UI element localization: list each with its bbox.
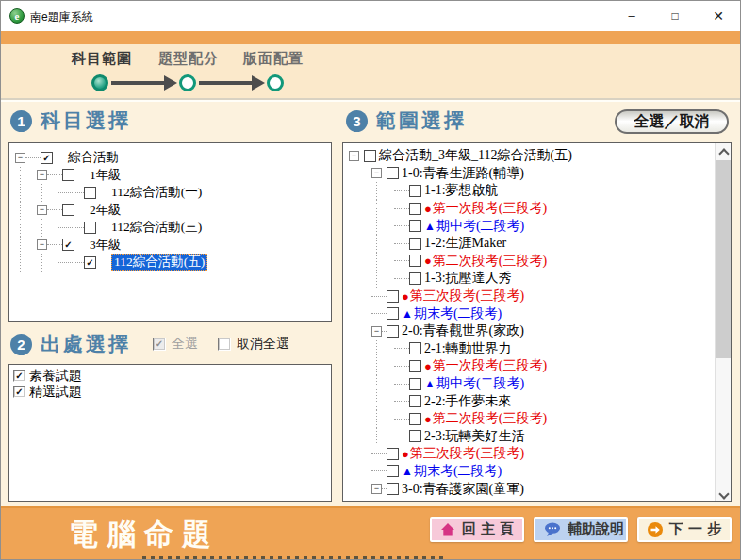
tree-item-label[interactable]: 3-0:青春護家園(童軍) (402, 481, 524, 498)
tree-expander[interactable]: − (349, 151, 359, 161)
tree-item-label[interactable]: 第一次段考(三段考) (433, 200, 547, 217)
home-button[interactable]: 回主頁 (430, 517, 524, 542)
tree-label: 2-0:青春觀世界(家政) (402, 322, 524, 339)
subject-panel-header: 1 科目選擇 (10, 107, 131, 134)
tree-checkbox[interactable] (84, 222, 96, 234)
tree-item-label[interactable]: 2年級 (90, 202, 122, 219)
tree-expander[interactable]: − (37, 239, 47, 250)
tree-item-label[interactable]: 1-0:青春生涯路(輔導) (402, 165, 524, 182)
tree-item-label[interactable]: 1-3:抗壓達人秀 (424, 270, 512, 287)
tree-expander[interactable]: − (371, 168, 382, 178)
tree-connector (58, 262, 84, 263)
tree-checkbox[interactable] (387, 325, 399, 338)
tree-label: ●第一次段考(三段考) (424, 200, 547, 217)
tree-item-label[interactable]: 2-3:玩轉美好生活 (424, 428, 525, 445)
tree-item-label[interactable]: 2-2:手作夢未來 (424, 393, 512, 410)
list-item-checkbox[interactable]: ✓ (13, 386, 25, 398)
list-item-label[interactable]: 精選試題 (29, 384, 82, 401)
tree-item-label[interactable]: 第一次段考(三段考) (433, 357, 547, 374)
tree-item-label[interactable]: 3年級 (90, 237, 122, 254)
tree-row: −3-0:青春護家園(童軍) (349, 480, 712, 498)
scrollbar-thumb[interactable] (716, 160, 731, 358)
tree-item-label[interactable]: 第三次段考(三段考) (410, 288, 524, 305)
tree-row: 112綜合活動(一) (15, 184, 329, 202)
tree-checkbox[interactable] (409, 185, 421, 197)
tree-item-label[interactable]: 綜合活動 (68, 149, 119, 166)
tree-item-label[interactable]: 期中考(二段考) (436, 218, 524, 235)
tree-guide-line (15, 219, 37, 237)
step-circle-1[interactable] (91, 74, 108, 91)
tree-checkbox[interactable] (409, 255, 421, 267)
tree-item-label[interactable]: 期中考(二段考) (436, 375, 524, 392)
tree-item-label[interactable]: 112綜合活動(三) (111, 219, 202, 236)
tree-checkbox[interactable]: ✓ (41, 152, 53, 164)
tree-item-label[interactable]: 期末考(二段考) (414, 463, 502, 480)
tree-checkbox[interactable] (409, 272, 421, 285)
tree-expander[interactable]: − (37, 170, 47, 180)
tree-checkbox[interactable] (409, 413, 421, 425)
tree-row: ●第三次段考(三段考) (349, 445, 712, 463)
tree-checkbox[interactable] (409, 378, 421, 390)
tree-expander[interactable]: − (15, 153, 25, 163)
tree-row: 112綜合活動(三) (15, 219, 329, 237)
tree-item-label[interactable]: 1-2:生涯Maker (424, 235, 506, 252)
tree-checkbox[interactable] (409, 360, 421, 372)
tree-checkbox[interactable] (409, 220, 421, 232)
tree-checkbox[interactable] (387, 465, 399, 477)
scrollbar-up-button[interactable] (716, 143, 732, 159)
step-circle-3[interactable] (267, 74, 284, 91)
tree-item-label[interactable]: 2-1:轉動世界力 (424, 340, 512, 357)
tree-guide-line (371, 182, 394, 200)
tree-checkbox[interactable] (409, 203, 421, 215)
select-all-checkbox[interactable]: ✓ (153, 338, 166, 351)
tree-item-label[interactable]: 期末考(二段考) (414, 305, 502, 322)
tree-checkbox[interactable] (62, 204, 74, 216)
tree-checkbox[interactable] (364, 150, 376, 162)
scrollbar-down-button[interactable] (716, 485, 732, 501)
tree-guide-line (349, 305, 371, 322)
step-arrow-line (111, 81, 164, 85)
tree-checkbox[interactable] (409, 342, 421, 354)
maximize-button[interactable]: □ (653, 1, 697, 31)
tree-item-label[interactable]: 112綜合活動(五) (111, 254, 207, 271)
tree-checkbox[interactable] (84, 187, 96, 199)
minimize-button[interactable]: – (610, 1, 653, 31)
step-layout-config[interactable]: 版面配置 (243, 50, 304, 68)
step-circle-2[interactable] (179, 74, 196, 91)
tree-checkbox[interactable]: ✓ (84, 256, 96, 269)
scrollbar-track[interactable] (715, 143, 731, 501)
tree-checkbox[interactable] (387, 483, 399, 495)
tree-checkbox[interactable]: ✓ (62, 239, 74, 251)
tree-item-label[interactable]: 2-0:青春觀世界(家政) (402, 322, 524, 339)
tree-connector (371, 313, 387, 314)
tree-checkbox[interactable] (409, 430, 421, 442)
step-arrow-line (199, 81, 252, 85)
tree-expander[interactable]: − (371, 484, 382, 494)
tree-item-label[interactable]: 1年級 (90, 167, 122, 184)
tree-checkbox[interactable] (387, 290, 399, 303)
select-all-toggle-button[interactable]: 全選／取消 (615, 109, 729, 134)
tree-item-label[interactable]: 112綜合活動(一) (111, 184, 202, 201)
tree-checkbox[interactable] (387, 167, 399, 179)
tree-expander[interactable]: − (37, 205, 47, 215)
help-button[interactable]: 輔助說明 (534, 517, 628, 542)
step-subject-range[interactable]: 科目範圍 (72, 50, 132, 68)
tree-expander[interactable]: − (371, 326, 382, 337)
tree-item-label[interactable]: 第二次段考(三段考) (433, 253, 547, 270)
tree-item-label[interactable]: 第三次段考(三段考) (410, 445, 524, 462)
next-step-button[interactable]: 下一步 (637, 517, 732, 542)
tree-item-label[interactable]: 1-1:夢想啟航 (424, 182, 499, 199)
tree-item-label[interactable]: 綜合活動_3年級_112綜合活動(五) (379, 147, 572, 164)
step-question-allocation[interactable]: 題型配分 (158, 50, 219, 68)
tree-checkbox[interactable] (409, 395, 421, 407)
tree-item-label[interactable]: 第二次段考(三段考) (433, 410, 547, 427)
deselect-all-checkbox[interactable] (218, 338, 231, 351)
tree-checkbox[interactable] (62, 169, 74, 181)
list-item-checkbox[interactable]: ✓ (13, 370, 25, 382)
list-item-label[interactable]: 素養試題 (29, 368, 82, 385)
close-button[interactable]: ✕ (697, 1, 740, 31)
tree-checkbox[interactable] (387, 448, 399, 460)
tree-connector (47, 244, 62, 245)
tree-checkbox[interactable] (409, 238, 421, 250)
tree-checkbox[interactable] (387, 307, 399, 320)
